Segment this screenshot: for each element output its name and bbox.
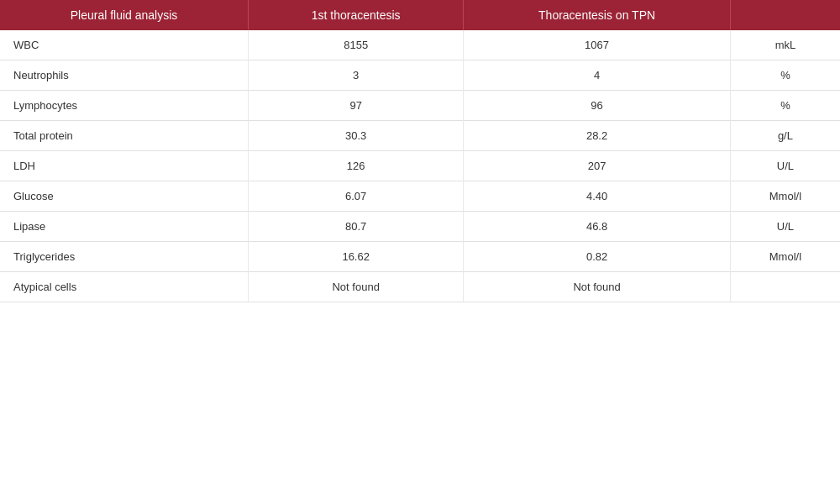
table-row: LDH126207U/L [0,151,840,181]
tpn-cell: 4.40 [464,181,731,212]
unit-cell: U/L [730,212,840,242]
header-1st-thoracentesis: 1st thoracentesis [249,0,464,30]
pleural-fluid-table: Pleural fluid analysis 1st thoracentesis… [0,0,840,302]
tpn-cell: 28.2 [464,121,731,151]
unit-cell: mkL [730,30,840,60]
unit-cell: Mmol/l [730,181,840,212]
param-cell: Triglycerides [0,242,249,272]
param-cell: Atypical cells [0,272,249,302]
param-cell: Neutrophils [0,60,249,91]
first-thoracentesis-cell: 80.7 [249,212,464,242]
tpn-cell: Not found [464,272,731,302]
tpn-cell: 46.8 [464,212,731,242]
unit-cell: Mmol/l [730,242,840,272]
first-thoracentesis-cell: 3 [249,60,464,91]
table-row: Neutrophils34% [0,60,840,91]
unit-cell [730,272,840,302]
first-thoracentesis-cell: 6.07 [249,181,464,212]
table-row: Atypical cellsNot foundNot found [0,272,840,302]
first-thoracentesis-cell: 126 [249,151,464,181]
tpn-cell: 1067 [464,30,731,60]
tpn-cell: 96 [464,91,731,121]
table-row: Lymphocytes9796% [0,91,840,121]
param-cell: Total protein [0,121,249,151]
header-unit [730,0,840,30]
header-thoracentesis-tpn: Thoracentesis on TPN [464,0,731,30]
first-thoracentesis-cell: 8155 [249,30,464,60]
first-thoracentesis-cell: Not found [249,272,464,302]
param-cell: Lymphocytes [0,91,249,121]
header-pleural-fluid: Pleural fluid analysis [0,0,249,30]
table-row: Total protein30.328.2g/L [0,121,840,151]
unit-cell: U/L [730,151,840,181]
tpn-cell: 4 [464,60,731,91]
tpn-cell: 0.82 [464,242,731,272]
first-thoracentesis-cell: 16.62 [249,242,464,272]
table-header-row: Pleural fluid analysis 1st thoracentesis… [0,0,840,30]
table-row: WBC81551067mkL [0,30,840,60]
table-row: Triglycerides16.620.82Mmol/l [0,242,840,272]
first-thoracentesis-cell: 30.3 [249,121,464,151]
unit-cell: % [730,60,840,91]
param-cell: LDH [0,151,249,181]
unit-cell: % [730,91,840,121]
unit-cell: g/L [730,121,840,151]
param-cell: Lipase [0,212,249,242]
first-thoracentesis-cell: 97 [249,91,464,121]
table-row: Glucose6.074.40Mmol/l [0,181,840,212]
tpn-cell: 207 [464,151,731,181]
param-cell: WBC [0,30,249,60]
param-cell: Glucose [0,181,249,212]
table-row: Lipase80.746.8U/L [0,212,840,242]
